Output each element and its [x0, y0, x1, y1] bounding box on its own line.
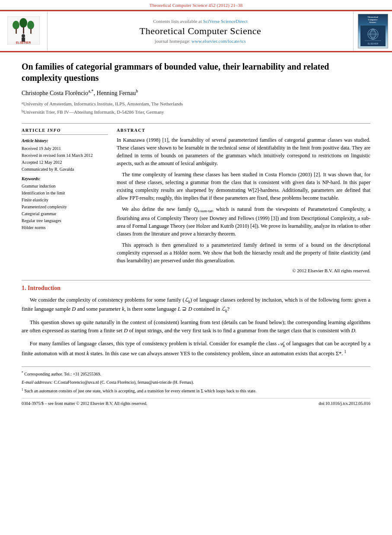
svg-text:ELSEVIER: ELSEVIER: [16, 41, 31, 44]
article-info-heading: Article Info: [22, 128, 108, 135]
article-body-columns: Article Info Article history: Received 1…: [22, 128, 370, 273]
footnote-email: E-mail addresses: C.CostaFlorencio@uva.n…: [22, 379, 370, 385]
author-b-name: Henning Fernau: [97, 90, 136, 96]
svg-point-2: [19, 18, 27, 28]
abstract-body: In Kanazawa (1998) [1], the learnability…: [117, 136, 370, 264]
abstract-para-4: This approach is then generalized to a p…: [117, 241, 370, 264]
affil-b: b Universität Trier, FB IV—Abteilung Inf…: [22, 108, 370, 116]
footer-bottom: 0304-3975/$ – see front matter © 2012 El…: [22, 398, 370, 406]
journal-top-bar: Theoretical Computer Science 452 (2012) …: [0, 0, 392, 10]
abstract-col: Abstract In Kanazawa (1998) [1], the lea…: [117, 128, 370, 273]
journal-header: ELSEVIER Contents lists available at Sci…: [0, 10, 392, 52]
affil-a-text: University of Amsterdam, Informatics Ins…: [23, 100, 183, 108]
article-history: Article history: Received 19 July 2011 R…: [22, 137, 108, 173]
svg-point-3: [27, 21, 34, 29]
received-date: Received 19 July 2011: [22, 145, 108, 152]
footer-area: * Corresponding author. Tel.: +31 205255…: [22, 366, 370, 406]
cover-graphic: ELSEVIER: [360, 25, 386, 46]
abstract-heading: Abstract: [117, 128, 370, 133]
footer-doi: doi:10.1016/j.tcs.2012.05.016: [319, 401, 370, 406]
keyword-4: Categorial grammar: [22, 210, 108, 217]
article-info-col: Article Info Article history: Received 1…: [22, 128, 108, 273]
divider-1: [22, 123, 370, 124]
journal-homepage: journal homepage: www.elsevier.com/locat…: [155, 38, 246, 44]
sciverse-line: Contents lists available at SciVerse Sci…: [153, 19, 247, 24]
keyword-3: Parameterized complexity: [22, 204, 108, 210]
sciverse-link[interactable]: SciVerse ScienceDirect: [203, 19, 248, 24]
keywords-list: Grammar induction Identification in the …: [22, 183, 108, 231]
revised-date: Received in revised form 14 March 2012: [22, 152, 108, 159]
accepted-date: Accepted 12 May 2012: [22, 159, 108, 166]
section-1-header: 1. Introduction: [22, 285, 370, 292]
affil-a: a University of Amsterdam, Informatics I…: [22, 100, 370, 108]
journal-reference: Theoretical Computer Science 452 (2012) …: [150, 3, 242, 8]
keyword-2: Finite elasticity: [22, 197, 108, 204]
affiliations: a University of Amsterdam, Informatics I…: [22, 100, 370, 116]
history-label: Article history:: [22, 137, 108, 144]
author-b-super: b: [136, 89, 138, 93]
author-separator: ,: [94, 90, 97, 96]
keyword-5: Regular tree languages: [22, 217, 108, 224]
copyright-notice: © 2012 Elsevier B.V. All rights reserved…: [117, 268, 370, 273]
homepage-link[interactable]: www.elsevier.com/locate/tcs: [191, 38, 246, 44]
journal-title: Theoretical Computer Science: [140, 25, 261, 37]
journal-cover-area: TheoreticalComputerScience ELSEVIER: [353, 11, 392, 51]
affil-b-text: Universität Trier, FB IV—Abteilung Infor…: [23, 108, 164, 116]
journal-cover-thumb: TheoreticalComputerScience ELSEVIER: [358, 14, 388, 48]
intro-para-3: For many families of language classes, t…: [22, 340, 370, 358]
svg-point-1: [13, 21, 19, 29]
intro-para-1: We consider the complexity of consistenc…: [22, 296, 370, 314]
footnote-star: * Corresponding author. Tel.: +31 205255…: [22, 370, 370, 377]
svg-rect-6: [30, 29, 32, 34]
keyword-6: Hölder norms: [22, 224, 108, 231]
abstract-para-2: The time complexity of learning these cl…: [117, 171, 370, 202]
svg-text:ELSEVIER: ELSEVIER: [367, 42, 378, 45]
authors-line: Christophe Costa Florêncioa,*, Henning F…: [22, 89, 370, 97]
communicated-by: Communicated by R. Gavalda: [22, 166, 108, 173]
keyword-0: Grammar induction: [22, 183, 108, 190]
divider-2: [22, 280, 370, 280]
keyword-1: Identification in the limit: [22, 190, 108, 197]
author-a-super: a,*: [88, 89, 94, 93]
elsevier-logo-svg: ELSEVIER: [7, 16, 40, 45]
abstract-para-3: We also define the new family Qk-sum-tat…: [117, 205, 370, 238]
footnote-1: 1 Such an automaton consists of just one…: [22, 387, 370, 394]
svg-point-7: [22, 34, 25, 38]
elsevier-logo-area: ELSEVIER: [0, 11, 48, 51]
author-a-name: Christophe Costa Florêncio: [22, 90, 88, 96]
abstract-para-1: In Kanazawa (1998) [1], the learnability…: [117, 136, 370, 167]
intro-para-2: This question shows up quite naturally i…: [22, 318, 370, 335]
cover-title-text: TheoreticalComputerScience: [367, 16, 378, 24]
journal-header-center: Contents lists available at SciVerse Sci…: [48, 11, 353, 51]
footer-license: 0304-3975/$ – see front matter © 2012 El…: [22, 401, 147, 406]
svg-rect-5: [23, 27, 24, 34]
keywords-label: Keywords:: [22, 176, 108, 181]
main-content: On families of categorial grammars of bo…: [0, 52, 392, 414]
elsevier-logo: ELSEVIER: [7, 16, 40, 46]
svg-rect-4: [16, 29, 17, 34]
article-title: On families of categorial grammars of bo…: [22, 61, 370, 83]
